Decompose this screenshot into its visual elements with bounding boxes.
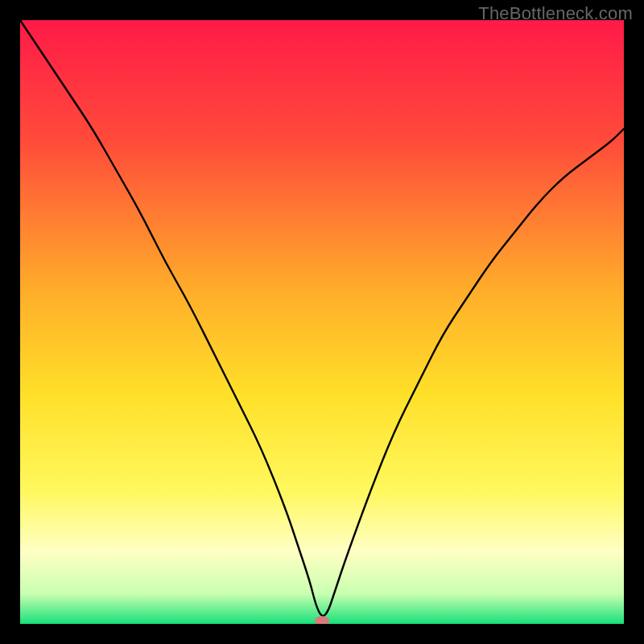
- chart-svg: [20, 20, 624, 624]
- gradient-background: [20, 20, 624, 624]
- chart-frame: TheBottleneck.com: [0, 0, 644, 644]
- watermark-text: TheBottleneck.com: [478, 3, 633, 24]
- plot-area: [20, 20, 624, 624]
